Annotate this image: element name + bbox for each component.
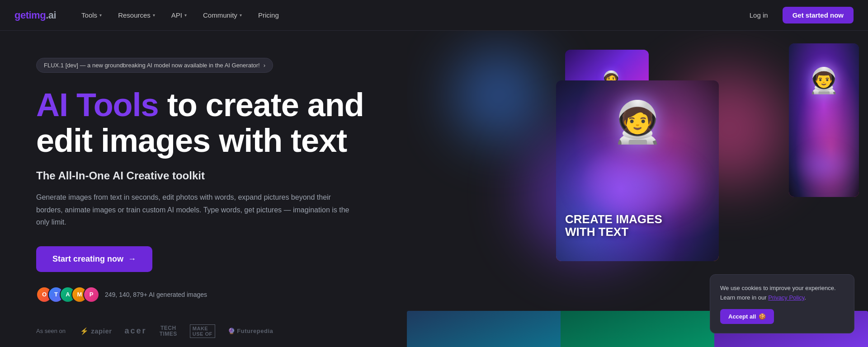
privacy-policy-link[interactable]: Privacy Policy [768, 294, 804, 301]
partner-logos: ⚡ zapier acer TECHTIMES MAKEUSE OF 🔮 Fut… [80, 324, 273, 338]
accept-cookies-button[interactable]: Accept all 🍪 [720, 309, 774, 324]
nav-community[interactable]: Community ▾ [196, 8, 249, 23]
futurepedia-logo: 🔮 Futurepedia [228, 328, 274, 334]
bottom-preview-1 [407, 311, 561, 347]
avatar: P [83, 286, 99, 303]
image-card-main: 🧑‍🚀 CREATE IMAGESWITH TEXT [556, 80, 719, 261]
chevron-down-icon: ▾ [99, 13, 102, 18]
nav-right: Log in Get started now [742, 7, 854, 23]
arrow-right-icon: → [128, 254, 136, 264]
hero-left: FLUX.1 [dev] — a new groundbreaking AI m… [0, 31, 407, 347]
chevron-down-icon: ▾ [184, 13, 187, 18]
login-button[interactable]: Log in [742, 8, 775, 23]
image-card-right: 👨‍🚀 [789, 43, 859, 197]
chevron-down-icon: ▾ [240, 13, 242, 18]
logo[interactable]: getimg.ai [14, 9, 56, 21]
cookie-text: We use cookies to improve your experienc… [720, 284, 844, 303]
hero-title: AI Tools to create and edit images with … [36, 87, 380, 159]
techtimes-logo: TECHTIMES [160, 325, 177, 337]
acer-logo: acer [125, 326, 147, 336]
hero-description: Generate images from text in seconds, ed… [36, 191, 353, 228]
get-started-nav-button[interactable]: Get started now [783, 7, 854, 23]
zapier-logo: ⚡ zapier [80, 327, 112, 335]
arrow-icon: › [264, 62, 265, 69]
nav-pricing[interactable]: Pricing [251, 8, 286, 23]
makeuseof-logo: MAKEUSE OF [190, 324, 215, 338]
chevron-down-icon: ▾ [153, 13, 155, 18]
blue-glow [454, 51, 544, 141]
nav-links: Tools ▾ Resources ▾ API ▾ Community ▾ Pr… [74, 8, 742, 23]
astronaut-right-icon: 👨‍🚀 [808, 66, 840, 95]
social-proof: O T A M P 249, 140, 879+ AI generated im… [36, 286, 380, 303]
generated-count: 249, 140, 879+ AI generated images [105, 291, 207, 298]
bottom-preview-2 [561, 311, 714, 347]
announcement-badge[interactable]: FLUX.1 [dev] — a new groundbreaking AI m… [36, 58, 273, 73]
user-avatars: O T A M P [36, 286, 95, 303]
cookie-banner: We use cookies to improve your experienc… [710, 274, 854, 333]
navbar: getimg.ai Tools ▾ Resources ▾ API ▾ Comm… [0, 0, 868, 31]
cta-button[interactable]: Start creating now → [36, 246, 152, 272]
nav-api[interactable]: API ▾ [164, 8, 194, 23]
hero-subtitle: The All-In-One AI Creative toolkit [36, 169, 380, 182]
astronaut-main-icon: 🧑‍🚀 [612, 98, 663, 146]
as-seen-label: As seen on [36, 328, 66, 334]
nav-resources[interactable]: Resources ▾ [111, 8, 162, 23]
nav-tools[interactable]: Tools ▾ [74, 8, 109, 23]
card-overlay-text: CREATE IMAGESWITH TEXT [565, 213, 662, 239]
as-seen-on: As seen on ⚡ zapier acer TECHTIMES MAKEU… [36, 324, 380, 338]
